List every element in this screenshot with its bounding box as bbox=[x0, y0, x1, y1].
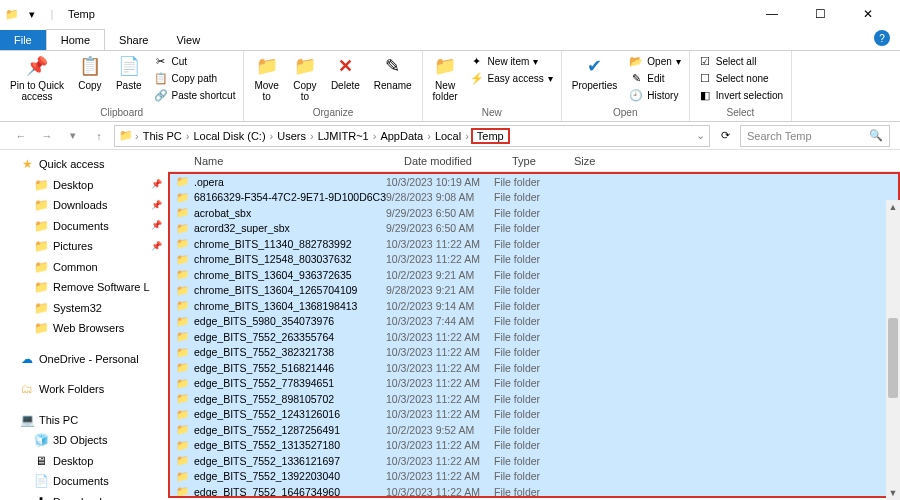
file-row[interactable]: 📁acrobat_sbx9/29/2023 6:50 AMFile folder bbox=[170, 205, 898, 221]
qat-dropdown-icon[interactable]: ▾ bbox=[24, 6, 40, 22]
up-button[interactable]: ↑ bbox=[88, 125, 110, 147]
file-list[interactable]: 📁.opera10/3/2023 10:19 AMFile folder📁681… bbox=[168, 172, 900, 498]
scroll-thumb[interactable] bbox=[888, 318, 898, 398]
file-view: Name Date modified Type Size 📁.opera10/3… bbox=[168, 150, 900, 500]
nav-quick-access[interactable]: ★Quick access bbox=[0, 154, 168, 175]
nav-quick-item[interactable]: 📁Documents📌 bbox=[0, 216, 168, 237]
tab-home[interactable]: Home bbox=[46, 29, 105, 50]
crumb[interactable]: Local bbox=[433, 130, 463, 142]
nav-quick-item[interactable]: 📁Pictures📌 bbox=[0, 236, 168, 257]
file-row[interactable]: 📁chrome_BITS_11340_88278399210/3/2023 11… bbox=[170, 236, 898, 252]
crumb[interactable]: LJMITR~1 bbox=[316, 130, 371, 142]
refresh-button[interactable]: ⟳ bbox=[714, 125, 736, 147]
minimize-button[interactable]: — bbox=[754, 5, 790, 23]
crumb[interactable]: This PC bbox=[141, 130, 184, 142]
nav-onedrive[interactable]: ☁OneDrive - Personal bbox=[0, 349, 168, 370]
file-row[interactable]: 📁edge_BITS_7552_77839465110/3/2023 11:22… bbox=[170, 376, 898, 392]
file-row[interactable]: 📁edge_BITS_7552_131352718010/3/2023 11:2… bbox=[170, 438, 898, 454]
col-size[interactable]: Size bbox=[574, 155, 614, 167]
pin-icon: 📌 bbox=[25, 55, 49, 79]
nav-this-pc[interactable]: 💻This PC bbox=[0, 410, 168, 431]
nav-tree[interactable]: ★Quick access 📁Desktop📌📁Downloads📌📁Docum… bbox=[0, 150, 168, 500]
folder-icon: 📁 bbox=[176, 408, 190, 421]
copy-to-button[interactable]: 📁Copy to bbox=[289, 53, 321, 104]
col-type[interactable]: Type bbox=[512, 155, 574, 167]
nav-quick-item[interactable]: 📁Common bbox=[0, 257, 168, 278]
new-item-button[interactable]: ✦New item▾ bbox=[468, 53, 555, 69]
nav-quick-item[interactable]: 📁Web Browsers bbox=[0, 318, 168, 339]
invert-selection-button[interactable]: ◧Invert selection bbox=[696, 87, 785, 103]
file-row[interactable]: 📁.opera10/3/2023 10:19 AMFile folder bbox=[170, 174, 898, 190]
select-none-button[interactable]: ☐Select none bbox=[696, 70, 785, 86]
rename-button[interactable]: ✎Rename bbox=[370, 53, 416, 93]
nav-pc-item[interactable]: 📄Documents bbox=[0, 471, 168, 492]
file-row[interactable]: 📁edge_BITS_7552_124312601610/3/2023 11:2… bbox=[170, 407, 898, 423]
crumb-current[interactable]: Temp bbox=[471, 128, 510, 144]
pin-icon: 📌 bbox=[151, 240, 162, 254]
file-row[interactable]: 📁68166329-F354-47C2-9E71-9D100D6C39049/2… bbox=[170, 190, 898, 206]
scroll-up-icon[interactable]: ▲ bbox=[886, 200, 900, 214]
col-date[interactable]: Date modified bbox=[404, 155, 512, 167]
folder-icon: ⬇ bbox=[34, 495, 48, 500]
file-row[interactable]: 📁chrome_BITS_13604_93637263510/2/2023 9:… bbox=[170, 267, 898, 283]
nav-quick-item[interactable]: 📁Remove Software L bbox=[0, 277, 168, 298]
easy-access-button[interactable]: ⚡Easy access▾ bbox=[468, 70, 555, 86]
paste-shortcut-button[interactable]: 🔗Paste shortcut bbox=[152, 87, 238, 103]
file-row[interactable]: 📁acrord32_super_sbx9/29/2023 6:50 AMFile… bbox=[170, 221, 898, 237]
nav-quick-item[interactable]: 📁Desktop📌 bbox=[0, 175, 168, 196]
crumb[interactable]: Users bbox=[275, 130, 308, 142]
nav-pc-item[interactable]: 🖥Desktop bbox=[0, 451, 168, 472]
file-row[interactable]: 📁edge_BITS_5980_35407397610/3/2023 7:44 … bbox=[170, 314, 898, 330]
file-row[interactable]: 📁edge_BITS_7552_139220304010/3/2023 11:2… bbox=[170, 469, 898, 485]
scroll-down-icon[interactable]: ▼ bbox=[886, 486, 900, 500]
move-to-icon: 📁 bbox=[255, 55, 279, 79]
copy-button[interactable]: 📋Copy bbox=[74, 53, 106, 93]
help-icon[interactable]: ? bbox=[874, 30, 890, 46]
pin-to-quick-access-button[interactable]: 📌Pin to Quick access bbox=[6, 53, 68, 104]
nav-work-folders[interactable]: 🗂Work Folders bbox=[0, 379, 168, 400]
crumb[interactable]: AppData bbox=[378, 130, 425, 142]
forward-button[interactable]: → bbox=[36, 125, 58, 147]
file-row[interactable]: 📁edge_BITS_7552_38232173810/3/2023 11:22… bbox=[170, 345, 898, 361]
close-button[interactable]: ✕ bbox=[850, 5, 886, 23]
move-to-button[interactable]: 📁Move to bbox=[250, 53, 282, 104]
file-row[interactable]: 📁edge_BITS_7552_26335576410/3/2023 11:22… bbox=[170, 329, 898, 345]
tab-file[interactable]: File bbox=[0, 30, 46, 50]
crumb[interactable]: Local Disk (C:) bbox=[191, 130, 267, 142]
file-row[interactable]: 📁chrome_BITS_13604_12657041099/28/2023 9… bbox=[170, 283, 898, 299]
nav-quick-item[interactable]: 📁System32 bbox=[0, 298, 168, 319]
maximize-button[interactable]: ☐ bbox=[802, 5, 838, 23]
breadcrumb[interactable]: 📁 › This PC› Local Disk (C:)› Users› LJM… bbox=[114, 125, 710, 147]
tab-view[interactable]: View bbox=[162, 30, 214, 50]
select-all-icon: ☑ bbox=[698, 54, 712, 68]
file-row[interactable]: 📁edge_BITS_7552_133612169710/3/2023 11:2… bbox=[170, 453, 898, 469]
back-button[interactable]: ← bbox=[10, 125, 32, 147]
nav-pc-item[interactable]: ⬇Downloads bbox=[0, 492, 168, 501]
col-name[interactable]: Name bbox=[194, 155, 404, 167]
invert-selection-icon: ◧ bbox=[698, 88, 712, 102]
edit-button[interactable]: ✎Edit bbox=[627, 70, 682, 86]
history-button[interactable]: 🕘History bbox=[627, 87, 682, 103]
search-input[interactable]: Search Temp🔍 bbox=[740, 125, 890, 147]
delete-button[interactable]: ✕Delete bbox=[327, 53, 364, 93]
recent-dropdown[interactable]: ▾ bbox=[62, 125, 84, 147]
copy-path-button[interactable]: 📋Copy path bbox=[152, 70, 238, 86]
file-row[interactable]: 📁edge_BITS_7552_164673496010/3/2023 11:2… bbox=[170, 484, 898, 498]
file-row[interactable]: 📁edge_BITS_7552_128725649110/2/2023 9:52… bbox=[170, 422, 898, 438]
file-row[interactable]: 📁chrome_BITS_13604_136819841310/2/2023 9… bbox=[170, 298, 898, 314]
column-headers[interactable]: Name Date modified Type Size bbox=[168, 150, 900, 172]
nav-quick-item[interactable]: 📁Downloads📌 bbox=[0, 195, 168, 216]
file-row[interactable]: 📁edge_BITS_7552_51682144610/3/2023 11:22… bbox=[170, 360, 898, 376]
cut-button[interactable]: ✂Cut bbox=[152, 53, 238, 69]
file-row[interactable]: 📁edge_BITS_7552_89810570210/3/2023 11:22… bbox=[170, 391, 898, 407]
paste-button[interactable]: 📄Paste bbox=[112, 53, 146, 93]
open-button[interactable]: 📂Open▾ bbox=[627, 53, 682, 69]
nav-pc-item[interactable]: 🧊3D Objects bbox=[0, 430, 168, 451]
breadcrumb-dropdown-icon[interactable]: ⌄ bbox=[696, 129, 705, 142]
new-folder-button[interactable]: 📁New folder bbox=[429, 53, 462, 104]
select-all-button[interactable]: ☑Select all bbox=[696, 53, 785, 69]
tab-share[interactable]: Share bbox=[105, 30, 162, 50]
file-row[interactable]: 📁chrome_BITS_12548_80303763210/3/2023 11… bbox=[170, 252, 898, 268]
properties-button[interactable]: ✔Properties bbox=[568, 53, 622, 93]
scrollbar[interactable]: ▲ ▼ bbox=[886, 200, 900, 500]
